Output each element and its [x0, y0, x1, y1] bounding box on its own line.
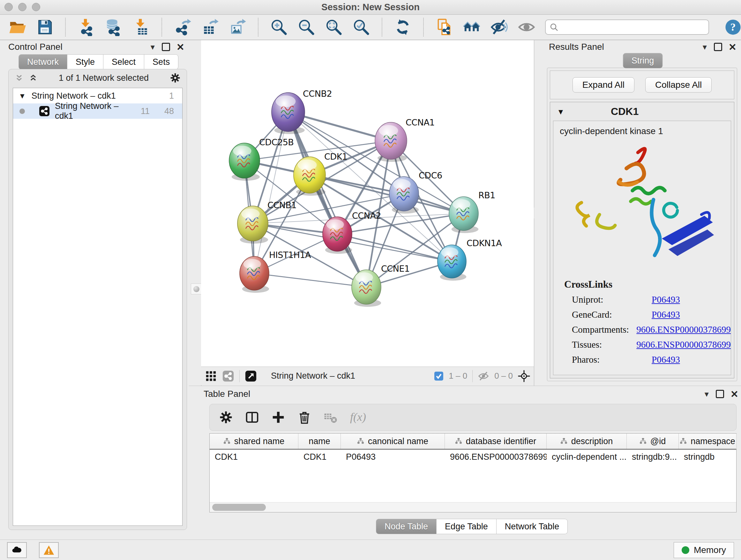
crosslink-value-link[interactable]: P06493 [652, 354, 680, 365]
collapse-all-button[interactable]: Collapse All [645, 77, 712, 92]
left-splitter[interactable] [189, 40, 201, 386]
network-node[interactable]: RB1 [449, 190, 495, 233]
cloud-button[interactable] [7, 542, 27, 558]
apply-preferred-layout-icon[interactable] [394, 18, 412, 36]
table-cell[interactable]: P06493 [341, 449, 445, 464]
help-button[interactable]: ? [724, 18, 741, 36]
table-menu-icon[interactable]: ▾ [704, 389, 709, 399]
column-header[interactable]: description [547, 434, 627, 449]
crosslink-value-link[interactable]: 9606.ENSP00000378699 [636, 339, 731, 350]
grid-view-icon[interactable] [205, 370, 217, 382]
protein-description: cyclin-dependent kinase 1 [553, 121, 731, 136]
column-header[interactable]: shared name [210, 434, 298, 449]
zoom-in-icon[interactable] [270, 18, 288, 36]
table-close-icon[interactable]: ✕ [731, 388, 738, 400]
show-all-icon[interactable] [518, 18, 536, 36]
network-options-gear-icon[interactable] [170, 72, 181, 84]
network-node[interactable]: CCNB2 [272, 89, 332, 134]
network-row[interactable]: String Network – cdk1 11 48 [13, 104, 182, 119]
table-cell[interactable]: cyclin-dependent ... [547, 449, 627, 464]
network-canvas[interactable]: CCNB2CCNA1CDC25BCDK1CDC6RB1CCNB1CCNA2CDK… [201, 40, 534, 367]
crosslink-value-link[interactable]: P06493 [652, 309, 680, 320]
table-float-icon[interactable] [716, 390, 724, 398]
export-table-icon[interactable] [201, 18, 219, 36]
show-column-icon[interactable] [245, 410, 259, 425]
create-column-plus-icon[interactable] [271, 410, 286, 425]
zoom-fit-content-icon[interactable] [325, 18, 343, 36]
panel-float-icon[interactable] [162, 43, 170, 51]
network-edge[interactable] [288, 112, 366, 287]
tab-style[interactable]: Style [67, 54, 104, 70]
crosslink-value-link[interactable]: P06493 [652, 294, 680, 305]
table-horizontal-scrollbar[interactable] [210, 502, 736, 512]
zoom-out-icon[interactable] [297, 18, 315, 36]
open-session-icon[interactable] [8, 18, 26, 36]
tab-network-table[interactable]: Network Table [496, 519, 568, 534]
crosslink-value-link[interactable]: 9606.ENSP00000378699 [636, 324, 731, 335]
table-cell[interactable]: stringdb [679, 449, 737, 464]
panel-close-icon[interactable]: ✕ [177, 42, 185, 53]
panel-menu-icon[interactable]: ▾ [151, 42, 155, 52]
network-node[interactable]: CDC6 [389, 171, 442, 213]
right-splitter[interactable] [534, 40, 545, 386]
save-session-icon[interactable] [36, 18, 54, 36]
birdseye-navigator-icon[interactable] [518, 370, 530, 382]
table-cell[interactable]: CDK1 [298, 449, 341, 464]
maximize-window-button[interactable] [32, 3, 40, 11]
expand-all-networks-icon[interactable] [28, 73, 38, 83]
results-menu-icon[interactable]: ▾ [703, 42, 707, 52]
left-splitter-handle[interactable] [191, 284, 202, 294]
warning-button[interactable] [39, 542, 59, 558]
zoom-selected-region-icon[interactable] [352, 18, 370, 36]
table-cell[interactable]: stringdb:9... [627, 449, 679, 464]
collection-expand-icon[interactable]: ▾ [20, 91, 24, 101]
table-settings-gear-icon[interactable] [219, 410, 233, 425]
column-header[interactable]: database identifier [445, 434, 547, 449]
table-cell[interactable]: 9606.ENSP00000378699 [445, 449, 547, 464]
network-node[interactable]: HIST1H1A [240, 250, 311, 293]
column-header[interactable]: @id [627, 434, 679, 449]
column-header[interactable]: canonical name [341, 434, 445, 449]
network-node[interactable]: CDK1 [293, 152, 347, 196]
network-graph[interactable]: CCNB2CCNA1CDC25BCDK1CDC6RB1CCNB1CCNA2CDK… [201, 40, 534, 367]
detach-view-icon[interactable] [245, 370, 257, 382]
network-edge[interactable] [254, 273, 366, 287]
results-float-icon[interactable] [714, 43, 722, 51]
table-row[interactable]: CDK1CDK1P064939606.ENSP00000378699cyclin… [210, 449, 736, 464]
memory-button[interactable]: Memory [674, 542, 734, 558]
tab-string[interactable]: String [623, 53, 663, 68]
search-box[interactable] [545, 19, 709, 35]
collapse-all-networks-icon[interactable] [14, 73, 24, 83]
results-close-icon[interactable]: ✕ [729, 42, 737, 53]
network-node[interactable]: CDKN1A [437, 238, 502, 281]
column-header[interactable]: namespace [679, 434, 737, 449]
export-network-icon[interactable] [174, 18, 192, 36]
protein-section: ▾ CDK1 cyclin-dependent kinase 1 [550, 102, 734, 378]
expand-all-button[interactable]: Expand All [572, 77, 634, 92]
tab-sets[interactable]: Sets [144, 54, 179, 70]
close-window-button[interactable] [4, 3, 13, 11]
protein-collapse-icon[interactable]: ▾ [558, 106, 563, 117]
import-network-from-database-icon[interactable] [105, 18, 123, 36]
help-icon: ? [724, 18, 741, 36]
first-neighbors-icon[interactable] [463, 18, 481, 36]
tab-select[interactable]: Select [104, 54, 144, 70]
column-header[interactable]: name [298, 434, 341, 449]
tab-network[interactable]: Network [18, 54, 67, 70]
tab-edge-table[interactable]: Edge Table [436, 519, 496, 534]
scrollbar-thumb[interactable] [212, 504, 266, 511]
table-tabs: Node Table Edge Table Network Table [376, 519, 568, 534]
minimize-window-button[interactable] [18, 3, 26, 11]
network-node[interactable]: CCNE1 [352, 264, 410, 307]
network-edge[interactable] [254, 112, 288, 273]
export-image-icon[interactable] [228, 18, 246, 36]
import-table-from-file-icon[interactable] [132, 18, 150, 36]
selected-checkbox-icon[interactable] [434, 371, 444, 381]
new-network-from-selection-icon[interactable] [435, 18, 453, 36]
hide-selected-icon[interactable] [490, 18, 508, 36]
search-input[interactable] [562, 22, 704, 33]
table-cell[interactable]: CDK1 [210, 449, 298, 464]
tab-node-table[interactable]: Node Table [376, 519, 436, 534]
import-network-from-file-icon[interactable] [77, 18, 95, 36]
delete-column-trash-icon[interactable] [297, 410, 312, 425]
